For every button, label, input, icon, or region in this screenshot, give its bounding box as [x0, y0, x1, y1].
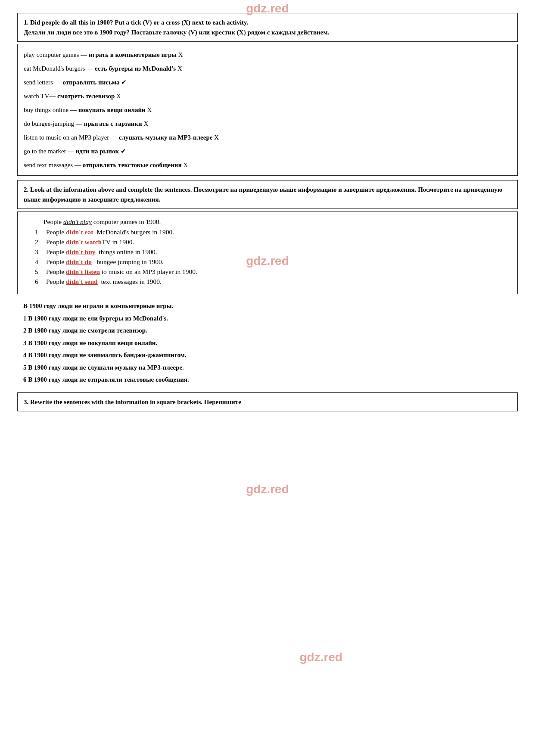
- sentence-1-text: People didn't eat McDonald's burgers in …: [46, 228, 174, 236]
- watermark-bot: gdz.red: [299, 650, 342, 664]
- list-item: go to the market — идти на рынок ✔: [24, 144, 511, 158]
- section2-heading-ru: Посмотрите на приведенную выше информаци…: [193, 186, 416, 193]
- section1-heading: 1. Did people do all this in 1900? Put a…: [17, 13, 518, 42]
- example-sentence: People didn't play computer games in 190…: [35, 218, 509, 226]
- sentence-6: 6 People didn't send text messages in 19…: [35, 278, 509, 286]
- num-1: 1: [35, 228, 46, 236]
- sentence-3: 3 People didn't buy things online in 190…: [35, 248, 509, 256]
- sentence-1: 1 People didn't eat McDonald's burgers i…: [35, 228, 509, 236]
- sentence-3-text: People didn't buy things online in 1900.: [46, 248, 157, 256]
- trans-2: 2 В 1900 году люди не смотрели телевизор…: [23, 326, 512, 336]
- section1-heading-en: 1. Did people do all this in 1900? Put a…: [24, 19, 249, 26]
- list-item: play computer games — играть в компьютер…: [24, 48, 511, 62]
- list-item: send text messages — отправлять текстовы…: [24, 158, 511, 172]
- list-item: buy things online — покупать вещи онлайн…: [24, 103, 511, 117]
- translations: В 1900 году люди не играли в компьютерны…: [17, 297, 518, 389]
- num-3: 3: [35, 248, 46, 256]
- list-item: eat McDonald's burgers — есть бургеры из…: [24, 62, 511, 75]
- sentence-4: 4 People didn't do bungee jumping in 190…: [35, 258, 509, 266]
- list-item: do bungee-jumping — прыгать с тарзанки X: [24, 117, 511, 131]
- num-5: 5: [35, 268, 46, 276]
- list-item: watch TV— смотреть телевизор X: [24, 89, 511, 103]
- num-4: 4: [35, 258, 46, 266]
- watermark-mid2: gdz.red: [246, 482, 289, 496]
- sentences-box: People didn't play computer games in 190…: [17, 212, 518, 294]
- trans-6: 6 В 1900 году люди не отправляли текстов…: [23, 375, 512, 385]
- trans-4: 4 В 1900 году люди не занимались банджи-…: [23, 350, 512, 360]
- num-2: 2: [35, 238, 46, 246]
- list-item: listen to music on an MP3 player — слуша…: [24, 131, 511, 144]
- trans-5: 5 В 1900 году люди не слушали музыку на …: [23, 363, 512, 373]
- sentence-6-text: People didn't send text messages in 1900…: [46, 278, 162, 286]
- section2-heading-en: 2. Look at the information above and com…: [24, 186, 192, 193]
- num-6: 6: [35, 278, 46, 286]
- sentence-2: 2 People didn't watchTV in 1900.: [35, 238, 509, 246]
- sentence-2-text: People didn't watchTV in 1900.: [46, 238, 134, 246]
- list-item: send letters — отправлять письма ✔: [24, 75, 511, 89]
- section2-heading: 2. Look at the information above and com…: [17, 180, 518, 209]
- example-answer: didn't play: [63, 218, 92, 225]
- activity-list: play computer games — играть в компьютер…: [17, 44, 518, 176]
- sentence-4-text: People didn't do bungee jumping in 1900.: [46, 258, 164, 266]
- section3-heading: 3. Rewrite the sentences with the inform…: [17, 392, 518, 412]
- section3-heading-en: 3. Rewrite the sentences with the inform…: [24, 398, 241, 405]
- trans-3: 3 В 1900 году люди не покупали вещи онла…: [23, 338, 512, 348]
- trans-1: 1 В 1900 году люди не ели бургеры из McD…: [23, 314, 512, 324]
- sentence-5: 5 People didn't listen to music on an MP…: [35, 268, 509, 276]
- sentence-5-text: People didn't listen to music on an MP3 …: [46, 268, 197, 276]
- trans-0: В 1900 году люди не играли в компьютерны…: [23, 301, 512, 311]
- section1-heading-ru: Делали ли люди все это в 1900 году? Пост…: [24, 29, 329, 36]
